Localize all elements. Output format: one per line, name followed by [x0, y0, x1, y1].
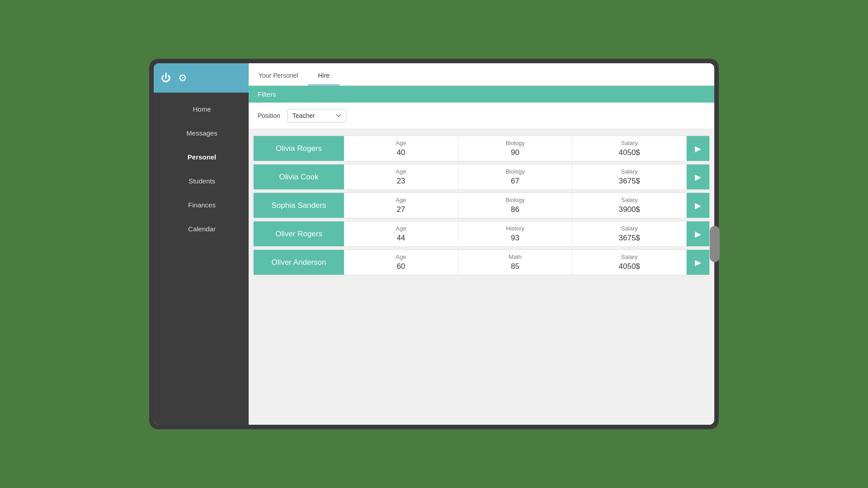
record-action-button[interactable]: ▶ [687, 221, 709, 246]
record-salary-cell: Salary 3900$ [572, 193, 687, 218]
salary-label: Salary [621, 140, 638, 146]
record-salary-cell: Salary 4050$ [572, 250, 687, 275]
record-age-cell: Age 40 [344, 136, 458, 161]
subject-label: History [506, 225, 524, 232]
record-name-cell: Oliver Anderson [254, 250, 344, 275]
salary-label: Salary [621, 197, 638, 203]
salary-value: 3675$ [619, 234, 640, 243]
subject-label: Biology [505, 197, 525, 203]
salary-value: 4050$ [619, 148, 640, 157]
play-icon: ▶ [695, 172, 701, 182]
filters-bar: Filters [249, 86, 714, 103]
scroll-handle[interactable] [710, 226, 720, 262]
age-value: 23 [396, 177, 405, 186]
salary-label: Salary [621, 168, 638, 175]
salary-label: Salary [621, 253, 638, 260]
age-label: Age [396, 197, 406, 203]
sidebar-nav: HomeMessagesPersonelStudentsFinancesCale… [154, 93, 249, 241]
position-filter-select[interactable]: TeacherPrincipalCounselorAdministrator [288, 109, 346, 122]
record-subject-cell: Biology 67 [458, 164, 573, 189]
record-salary-cell: Salary 4050$ [572, 136, 687, 161]
record-age-cell: Age 44 [344, 221, 458, 246]
play-icon: ▶ [695, 144, 701, 154]
age-label: Age [396, 140, 406, 146]
age-value: 60 [396, 262, 405, 271]
records-list: Olivia Rogers Age 40 Biology 90 Salary 4… [249, 129, 714, 425]
salary-value: 3675$ [619, 177, 640, 186]
filters-row: Position TeacherPrincipalCounselorAdmini… [249, 103, 714, 129]
tab-hire[interactable]: Hire [308, 72, 340, 85]
age-label: Age [396, 253, 406, 260]
sidebar-item-calendar[interactable]: Calendar [154, 217, 249, 241]
record-name-cell: Olivia Rogers [254, 136, 344, 161]
record-name-cell: Oliver Rogers [254, 221, 344, 246]
play-icon: ▶ [695, 201, 701, 211]
tabs-bar: Your PersonelHire [249, 63, 714, 86]
record-age-cell: Age 23 [344, 164, 458, 189]
table-row: Oliver Rogers Age 44 History 93 Salary 3… [253, 221, 710, 247]
sidebar-item-students[interactable]: Students [154, 169, 249, 193]
sidebar-item-finances[interactable]: Finances [154, 193, 249, 217]
sidebar-item-home[interactable]: Home [154, 97, 249, 121]
table-row: Olivia Cook Age 23 Biology 67 Salary 367… [253, 164, 710, 190]
age-value: 44 [396, 234, 405, 243]
age-label: Age [396, 225, 406, 232]
tablet-inner: ⏻ ⚙ HomeMessagesPersonelStudentsFinances… [154, 63, 714, 425]
age-label: Age [396, 168, 406, 175]
salary-label: Salary [621, 225, 638, 232]
record-action-button[interactable]: ▶ [687, 136, 709, 161]
record-name: Oliver Rogers [275, 230, 322, 239]
sidebar-item-messages[interactable]: Messages [154, 121, 249, 145]
play-icon: ▶ [695, 258, 701, 267]
record-name: Olivia Rogers [276, 144, 322, 153]
record-age-cell: Age 60 [344, 250, 458, 275]
power-icon[interactable]: ⏻ [161, 72, 171, 84]
sidebar-header: ⏻ ⚙ [154, 63, 249, 93]
subject-value: 85 [511, 262, 519, 271]
age-value: 40 [396, 148, 405, 157]
record-salary-cell: Salary 3675$ [572, 164, 687, 189]
table-row: Sophia Sanders Age 27 Biology 86 Salary … [253, 192, 710, 218]
subject-value: 93 [511, 234, 519, 243]
table-row: Olivia Rogers Age 40 Biology 90 Salary 4… [253, 136, 710, 161]
subject-label: Biology [505, 140, 525, 146]
tablet-frame: ⏻ ⚙ HomeMessagesPersonelStudentsFinances… [149, 59, 719, 429]
tab-your-personel[interactable]: Your Personel [249, 72, 308, 85]
record-subject-cell: Math 85 [458, 250, 573, 275]
table-row: Oliver Anderson Age 60 Math 85 Salary 40… [253, 249, 710, 275]
play-icon: ▶ [695, 229, 701, 239]
main-content: Your PersonelHire Filters Position Teach… [249, 63, 714, 425]
subject-value: 67 [511, 177, 519, 186]
record-subject-cell: History 93 [458, 221, 573, 246]
position-filter-label: Position [258, 112, 280, 119]
sidebar-item-personel[interactable]: Personel [154, 145, 249, 169]
record-action-button[interactable]: ▶ [687, 250, 709, 275]
record-action-button[interactable]: ▶ [687, 193, 709, 218]
sidebar: ⏻ ⚙ HomeMessagesPersonelStudentsFinances… [154, 63, 249, 425]
record-subject-cell: Biology 86 [458, 193, 573, 218]
age-value: 27 [396, 205, 405, 214]
filters-label: Filters [258, 90, 276, 98]
subject-label: Biology [505, 168, 525, 175]
record-name: Sophia Sanders [272, 201, 326, 210]
record-name-cell: Olivia Cook [254, 164, 344, 189]
record-name: Oliver Anderson [272, 258, 326, 267]
settings-icon[interactable]: ⚙ [178, 72, 187, 84]
subject-value: 90 [511, 148, 519, 157]
record-action-button[interactable]: ▶ [687, 164, 709, 189]
record-salary-cell: Salary 3675$ [572, 221, 687, 246]
record-subject-cell: Biology 90 [458, 136, 573, 161]
salary-value: 4050$ [619, 262, 640, 271]
subject-value: 86 [511, 205, 519, 214]
salary-value: 3900$ [619, 205, 640, 214]
record-age-cell: Age 27 [344, 193, 458, 218]
record-name: Olivia Cook [279, 173, 319, 182]
record-name-cell: Sophia Sanders [254, 193, 344, 218]
subject-label: Math [509, 253, 522, 260]
